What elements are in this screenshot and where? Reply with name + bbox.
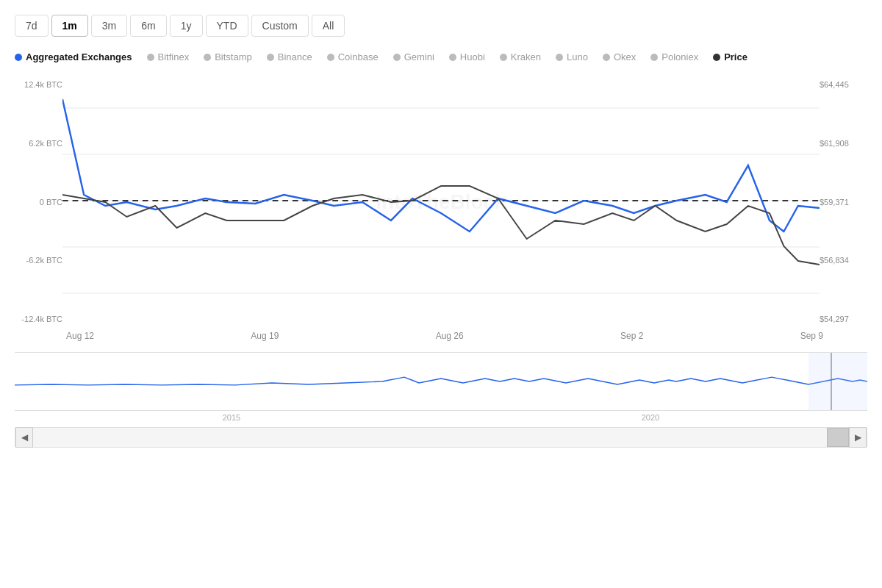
- y-label-right-3: $56,834: [820, 257, 867, 265]
- legend-dot-bitstamp: [204, 54, 211, 61]
- y-label-left-3: -6.2k BTC: [15, 257, 62, 265]
- scroll-track[interactable]: [33, 428, 849, 447]
- legend-dot-binance: [267, 54, 274, 61]
- legend-bitstamp[interactable]: Bitstamp: [204, 51, 252, 62]
- scrollbar[interactable]: ◀ ▶: [15, 427, 867, 448]
- btn-7d[interactable]: 7d: [15, 15, 49, 37]
- x-label-4: Sep 9: [800, 331, 823, 341]
- chart-legend: Aggregated Exchanges Bitfinex Bitstamp B…: [15, 51, 867, 62]
- legend-label-kraken: Kraken: [511, 51, 541, 62]
- mini-chart-svg: [15, 353, 867, 410]
- year-2015: 2015: [223, 413, 240, 422]
- legend-dot-aggregated: [15, 54, 22, 61]
- mini-chart[interactable]: [15, 352, 867, 411]
- btn-3m[interactable]: 3m: [91, 15, 127, 37]
- svg-rect-6: [15, 353, 867, 410]
- x-label-3: Sep 2: [620, 331, 643, 341]
- x-label-1: Aug 19: [251, 331, 279, 341]
- y-label-left-1: 6.2k BTC: [15, 140, 62, 148]
- legend-dot-price: [713, 54, 720, 61]
- y-label-right-2: $59,371: [820, 198, 867, 207]
- y-label-left-2: 0 BTC: [15, 198, 62, 207]
- legend-bitfinex[interactable]: Bitfinex: [147, 51, 190, 62]
- y-axis-right: $64,445 $61,908 $59,371 $56,834 $54,297: [820, 77, 867, 327]
- legend-huobi[interactable]: Huobi: [449, 51, 485, 62]
- legend-gemini[interactable]: Gemini: [393, 51, 434, 62]
- legend-kraken[interactable]: Kraken: [500, 51, 541, 62]
- legend-binance[interactable]: Binance: [267, 51, 312, 62]
- scroll-thumb[interactable]: [827, 428, 849, 447]
- y-label-right-1: $61,908: [820, 140, 867, 148]
- legend-dot-poloniex: [650, 54, 658, 61]
- scroll-left-arrow[interactable]: ◀: [15, 427, 33, 448]
- legend-label-aggregated: Aggregated Exchanges: [26, 51, 132, 62]
- main-chart-area: 12.4k BTC 6.2k BTC 0 BTC -6.2k BTC -12.4…: [15, 77, 867, 448]
- btn-ytd[interactable]: YTD: [206, 15, 248, 37]
- y-label-left-0: 12.4k BTC: [15, 81, 62, 89]
- legend-label-gemini: Gemini: [404, 51, 434, 62]
- legend-label-coinbase: Coinbase: [338, 51, 379, 62]
- chart-svg: [62, 77, 820, 327]
- legend-dot-gemini: [393, 54, 401, 61]
- x-label-2: Aug 26: [436, 331, 464, 341]
- legend-dot-coinbase: [327, 54, 334, 61]
- y-label-right-0: $64,445: [820, 81, 867, 89]
- legend-dot-kraken: [500, 54, 507, 61]
- time-period-selector: 7d 1m 3m 6m 1y YTD Custom All: [15, 15, 867, 37]
- x-label-0: Aug 12: [66, 331, 94, 341]
- legend-okex[interactable]: Okex: [603, 51, 636, 62]
- legend-price[interactable]: Price: [713, 51, 747, 62]
- legend-dot-bitfinex: [147, 54, 154, 61]
- year-2020: 2020: [642, 413, 659, 422]
- x-axis: Aug 12 Aug 19 Aug 26 Sep 2 Sep 9: [15, 327, 867, 345]
- svg-rect-8: [808, 353, 867, 410]
- legend-dot-okex: [603, 54, 610, 61]
- legend-label-binance: Binance: [278, 51, 312, 62]
- legend-label-okex: Okex: [614, 51, 636, 62]
- legend-aggregated[interactable]: Aggregated Exchanges: [15, 51, 132, 62]
- legend-coinbase[interactable]: Coinbase: [327, 51, 379, 62]
- btn-all[interactable]: All: [312, 15, 345, 37]
- legend-label-bitstamp: Bitstamp: [215, 51, 252, 62]
- legend-label-bitfinex: Bitfinex: [158, 51, 190, 62]
- scroll-right-arrow[interactable]: ▶: [849, 427, 867, 448]
- mini-year-labels: 2015 2020: [15, 411, 867, 424]
- btn-1m[interactable]: 1m: [51, 15, 88, 37]
- btn-custom[interactable]: Custom: [251, 15, 309, 37]
- btn-6m[interactable]: 6m: [130, 15, 166, 37]
- legend-label-price: Price: [724, 51, 747, 62]
- y-label-left-4: -12.4k BTC: [15, 315, 62, 323]
- legend-label-huobi: Huobi: [460, 51, 485, 62]
- main-chart[interactable]: 12.4k BTC 6.2k BTC 0 BTC -6.2k BTC -12.4…: [15, 77, 867, 327]
- legend-poloniex[interactable]: Poloniex: [650, 51, 698, 62]
- legend-dot-huobi: [449, 54, 456, 61]
- y-label-right-4: $54,297: [820, 315, 867, 323]
- y-axis-left: 12.4k BTC 6.2k BTC 0 BTC -6.2k BTC -12.4…: [15, 77, 62, 327]
- legend-luno[interactable]: Luno: [556, 51, 588, 62]
- legend-dot-luno: [556, 54, 563, 61]
- btn-1y[interactable]: 1y: [170, 15, 203, 37]
- legend-label-luno: Luno: [567, 51, 588, 62]
- legend-label-poloniex: Poloniex: [662, 51, 698, 62]
